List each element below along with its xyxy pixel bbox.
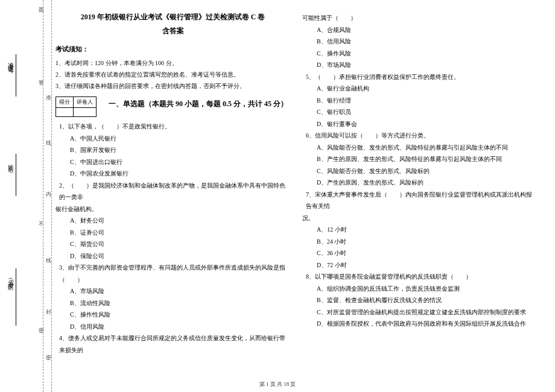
q1-opt-a: A、中国人民银行: [56, 133, 290, 145]
score-section-row: 得分 评卷人 一、单选题（本题共 90 小题，每题 0.5 分，共计 45 分）: [56, 96, 290, 117]
binding-mark-2: 答: [37, 75, 45, 79]
notice-line-2: 2、请首先按要求在试卷的指定位置填写您的姓名、准考证号等信息。: [56, 69, 290, 80]
q7-opt-d: D、72 小时: [302, 259, 537, 271]
q8-opt-a: A、组织协调全国的反洗钱工作，负责反洗钱资金监测: [302, 283, 537, 295]
q6-opt-c: C、风险能否分散、发生的形式、风险标的: [302, 165, 537, 177]
q4-stem: 4、债务人或交易对手未能履行合同所规定的义务或信任质量发生变化，从而给银行带来损…: [56, 332, 290, 356]
q1-opt-b: B、国家开发银行: [56, 144, 290, 156]
q8-opt-d: D、根据国务院授权，代表中国政府与外国政府和有关国际组织开展反洗钱合作: [302, 318, 537, 330]
left-column: 2019 年初级银行从业考试《银行管理》过关检测试卷 C 卷 含答案 考试须知：…: [56, 12, 290, 374]
notice-line-1: 1、考试时间：120 分钟，本卷满分为 100 分。: [56, 57, 290, 69]
section-1-heading: 一、单选题（本题共 90 小题，每题 0.5 分，共计 45 分）: [109, 99, 288, 109]
underline-province: [16, 268, 16, 326]
binding-inner-mark-2: 线: [45, 136, 52, 139]
binding-mark-4: 密: [37, 323, 45, 326]
q1-opt-d: D、中国农业发展银行: [56, 168, 290, 180]
q2-opt-c: C、期货公司: [56, 238, 290, 250]
q7-opt-a: A、12 小时: [302, 224, 537, 236]
q2-opt-d: D、保险公司: [56, 250, 290, 262]
q8-opt-c: C、对所监督管理的金融机构提出按照规定建立健全反洗钱内部控制制度的要求: [302, 306, 537, 318]
score-header-score: 得分: [56, 97, 74, 108]
page-footer: 第 1 页 共 18 页: [0, 381, 555, 388]
q8-opt-b: B、监督、检查金融机构履行反洗钱义务的情况: [302, 294, 537, 306]
binding-inner-mark-5: 封: [45, 305, 52, 308]
q2-stem-cont: 银行金融机构。: [56, 203, 290, 215]
q5-opt-d: D、银行董事会: [302, 118, 537, 130]
q4-opt-a: A、合规风险: [302, 24, 537, 36]
q4-opt-c: C、操作风险: [302, 48, 537, 60]
score-cell-score: [56, 108, 74, 117]
q8-stem: 8、以下哪项是国务院金融监督管理机构的反洗钱职责（ ）: [302, 271, 537, 283]
exam-title: 2019 年初级银行从业考试《银行管理》过关检测试卷 C 卷: [56, 12, 290, 22]
field-name: 姓名: [6, 160, 14, 163]
q5-opt-b: B、银行经理: [302, 95, 537, 107]
q4-opt-d: D、市场风险: [302, 59, 537, 71]
binding-inner-mark-3: 内: [45, 187, 52, 191]
exam-subtitle: 含答案: [56, 26, 290, 36]
score-cell-grader: [74, 108, 97, 117]
q6-opt-a: A、风险能否分散、发生的形式、风险特征的暴露与引起风险主体的不同: [302, 142, 537, 154]
q4-opt-b: B、信用风险: [302, 36, 537, 48]
q6-opt-d: D、产生的原因、发生的形式、风险标的: [302, 177, 537, 189]
q3-opt-a: A、市场风险: [56, 285, 290, 297]
q7-stem-cont: 况。: [302, 212, 537, 224]
q2-opt-a: A、财务公司: [56, 215, 290, 227]
q5-opt-c: C、银行职员: [302, 106, 537, 118]
binding-mark-1: 圆: [37, 3, 45, 7]
binding-inner-mark-6: 密: [45, 350, 52, 353]
q3-stem: 3、由于不完善的内部资金管理程序、有问题的人员或外部事件所造成损失的风险是指（ …: [56, 262, 290, 285]
q5-opt-a: A、银行业金融机构: [302, 83, 537, 95]
binding-inner-mark-4: 线: [45, 253, 52, 257]
q5-stem: 5、（ ）承担银行业消费者权益保护工作的最终责任。: [302, 71, 537, 83]
q2-stem: 2、（ ）是我国经济体制和金融体制改革的产物，是我国金融体系中具有中国特色的一类…: [56, 180, 290, 203]
q3-opt-b: B、流动性风险: [56, 297, 290, 309]
field-province: 省（市区）: [6, 274, 14, 283]
score-header-grader: 评卷人: [74, 97, 97, 108]
q6-stem: 6、信用风险可以按（ ）等方式进行分类。: [302, 130, 537, 142]
underline-name: [16, 154, 16, 196]
notice-line-3: 3、请仔细阅读各种题目的回答要求，在密封线内答题，否则不予评分。: [56, 80, 290, 92]
score-table: 得分 评卷人: [56, 96, 97, 117]
q6-opt-b: B、产生的原因、发生的形式、风险特征的暴露与引起风险主体的不同: [302, 153, 537, 165]
q4-stem-cont: 可能性属于（ ）: [302, 12, 537, 24]
q7-stem: 7、宋体重大声誉事件发生后（ ）内向国务院银行业监督管理机构或其派出机构报告有关…: [302, 189, 537, 212]
binding-inner-mark-1: 准: [45, 90, 52, 94]
binding-mark-3: 不: [37, 217, 45, 221]
q2-opt-b: B、证券公司: [56, 227, 290, 239]
underline-ticket: [16, 54, 16, 96]
q1-stem: 1、以下各项，（ ）不是政策性银行。: [56, 121, 290, 133]
q1-opt-c: C、中国进出口银行: [56, 156, 290, 168]
content-area: 2019 年初级银行从业考试《银行管理》过关检测试卷 C 卷 含答案 考试须知：…: [56, 12, 537, 374]
q7-opt-c: C、36 小时: [302, 247, 537, 259]
q7-opt-b: B、24 小时: [302, 236, 537, 248]
q3-opt-d: D、信用风险: [56, 321, 290, 333]
right-column: 可能性属于（ ） A、合规风险 B、信用风险 C、操作风险 D、市场风险 5、（…: [302, 12, 537, 374]
q3-opt-c: C、操作性风险: [56, 309, 290, 321]
notice-heading: 考试须知：: [56, 45, 290, 54]
field-ticket-number: 准考证号: [6, 57, 14, 65]
